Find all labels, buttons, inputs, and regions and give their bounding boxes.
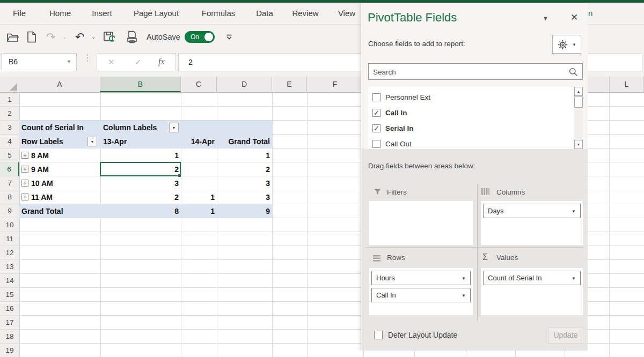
pill-dropdown-icon[interactable]: ▼	[462, 293, 466, 298]
field-checkbox[interactable]: ✓	[372, 124, 380, 132]
menu-tab-page-layout[interactable]: Page Layout	[134, 3, 179, 24]
column-header-B[interactable]: B	[100, 77, 181, 92]
menu-tab-home[interactable]: Home	[49, 3, 71, 24]
tools-button[interactable]: ▼	[552, 35, 581, 54]
menu-tab-file[interactable]: File	[13, 3, 26, 24]
column-header-A[interactable]: A	[19, 77, 100, 92]
pivot-grand-v1[interactable]: 8	[100, 204, 179, 218]
columns-pill-days[interactable]: Days▼	[483, 204, 581, 218]
menu-tab-insert[interactable]: Insert	[92, 3, 112, 24]
row-header-6[interactable]: 6	[0, 162, 19, 176]
row-header-5[interactable]: 5	[0, 148, 19, 162]
rows-pill-call-in[interactable]: Call In▼	[371, 288, 471, 302]
scroll-up-icon[interactable]: ▲	[574, 87, 583, 96]
pill-dropdown-icon[interactable]: ▼	[572, 276, 576, 281]
pivot-grand-v2[interactable]: 1	[181, 204, 215, 218]
update-button[interactable]: Update	[548, 327, 583, 344]
new-file-icon[interactable]	[27, 25, 36, 49]
pill-dropdown-icon[interactable]: ▼	[572, 209, 576, 214]
expand-icon[interactable]: +	[21, 180, 28, 187]
row-header-1[interactable]: 1	[0, 93, 19, 107]
pivot-value[interactable]: 1	[100, 148, 179, 162]
row-header-4[interactable]: 4	[0, 135, 19, 148]
row-header-9[interactable]: 9	[0, 204, 19, 218]
values-pill-count-of-serial-in[interactable]: Count of Serial In▼	[483, 271, 581, 285]
row-header-15[interactable]: 15	[0, 288, 19, 302]
search-input[interactable]	[373, 66, 566, 77]
menu-tab-formulas[interactable]: Formulas	[202, 3, 236, 24]
pill-dropdown-icon[interactable]: ▼	[462, 276, 466, 281]
pivot-value[interactable]: 2	[100, 162, 179, 176]
row-labels-filter-icon[interactable]: ▼	[87, 137, 97, 146]
values-drop-area[interactable]: Count of Serial In▼	[481, 268, 583, 315]
row-header-19[interactable]: 19	[0, 344, 19, 357]
column-header-L[interactable]: L	[609, 77, 644, 92]
field-checkbox[interactable]: ✓	[372, 109, 380, 117]
pivot-row-label[interactable]: 10 AM	[31, 176, 53, 190]
columns-drop-area[interactable]: Days▼	[481, 201, 583, 245]
row-header-7[interactable]: 7	[0, 176, 19, 190]
column-header-C[interactable]: C	[181, 77, 217, 92]
field-item-call-out[interactable]: Call Out	[368, 137, 572, 149]
row-header-2[interactable]: 2	[0, 107, 19, 121]
rows-pill-hours[interactable]: Hours▼	[371, 271, 471, 285]
pivot-value[interactable]: 1	[181, 190, 215, 204]
row-header-16[interactable]: 16	[0, 302, 19, 316]
enter-icon[interactable]: ✓	[135, 57, 142, 67]
row-header-14[interactable]: 14	[0, 274, 19, 288]
pivot-value[interactable]: 3	[217, 190, 270, 204]
expand-icon[interactable]: +	[21, 152, 28, 159]
cancel-icon[interactable]: ✕	[108, 57, 115, 67]
menu-tab-data[interactable]: Data	[256, 3, 273, 24]
pivot-cell-a4[interactable]: Row Labels	[21, 135, 63, 148]
name-box[interactable]: B6 ▼	[2, 53, 77, 71]
pivot-value[interactable]: 3	[217, 176, 270, 190]
open-file-icon[interactable]	[6, 25, 19, 49]
pivot-row-label[interactable]: 8 AM	[31, 148, 49, 162]
pane-options-chevron-icon[interactable]: ▼	[543, 15, 548, 21]
autosave-toggle[interactable]: On	[185, 31, 215, 43]
menu-tab-view[interactable]: View	[338, 3, 355, 24]
redo-icon[interactable]: ↷	[46, 25, 56, 49]
pivot-cell-a3[interactable]: Count of Serial In	[21, 121, 84, 135]
select-all-corner[interactable]	[0, 77, 19, 92]
pivot-value[interactable]: 3	[100, 176, 179, 190]
row-header-13[interactable]: 13	[0, 260, 19, 274]
pivot-value[interactable]: 2	[217, 162, 270, 176]
pivot-cell-c4[interactable]: 14-Apr	[181, 135, 215, 148]
pivot-grand-label[interactable]: Grand Total	[21, 204, 63, 218]
scrollbar-thumb[interactable]	[574, 96, 583, 108]
row-header-18[interactable]: 18	[0, 330, 19, 344]
column-header-E[interactable]: E	[272, 77, 307, 92]
field-item-personnel-ext[interactable]: Personnel Ext	[368, 90, 572, 106]
expand-icon[interactable]: +	[21, 166, 28, 173]
pivot-cell-d4[interactable]: Grand Total	[217, 135, 270, 148]
pivot-value[interactable]: 1	[217, 148, 270, 162]
column-header-D[interactable]: D	[217, 77, 272, 92]
pivot-grand-total[interactable]: 9	[217, 204, 270, 218]
defer-layout-checkbox[interactable]	[374, 331, 383, 339]
pivot-row-label[interactable]: 11 AM	[31, 190, 53, 204]
row-header-8[interactable]: 8	[0, 190, 19, 204]
filters-drop-area[interactable]	[369, 201, 473, 245]
formula-bar-grip-icon[interactable]: ⋮	[83, 53, 92, 63]
name-box-dropdown-icon[interactable]: ▼	[67, 59, 71, 64]
pivot-row-label[interactable]: 9 AM	[31, 162, 49, 176]
print-preview-icon[interactable]	[127, 25, 137, 49]
customize-toolbar-icon[interactable]	[225, 25, 233, 49]
undo-dropdown-icon[interactable]: ⌄	[91, 25, 96, 49]
row-header-12[interactable]: 12	[0, 246, 19, 260]
field-checkbox[interactable]	[372, 93, 380, 101]
pane-close-icon[interactable]: ✕	[570, 12, 578, 23]
rows-drop-area[interactable]: Hours▼Call In▼	[369, 268, 473, 315]
row-header-3[interactable]: 3	[0, 121, 19, 135]
undo-icon[interactable]: ↶	[75, 25, 85, 49]
insert-function-icon[interactable]: fx	[158, 57, 165, 66]
menu-tab-review[interactable]: Review	[292, 3, 318, 24]
row-header-10[interactable]: 10	[0, 218, 19, 232]
field-item-call-in[interactable]: ✓Call In	[368, 106, 572, 121]
pivot-cell-b3[interactable]: Column Labels	[103, 121, 157, 135]
row-header-17[interactable]: 17	[0, 316, 19, 330]
save-sync-icon[interactable]	[103, 25, 116, 49]
field-list-scrollbar[interactable]: ▲ ▼	[574, 87, 583, 149]
